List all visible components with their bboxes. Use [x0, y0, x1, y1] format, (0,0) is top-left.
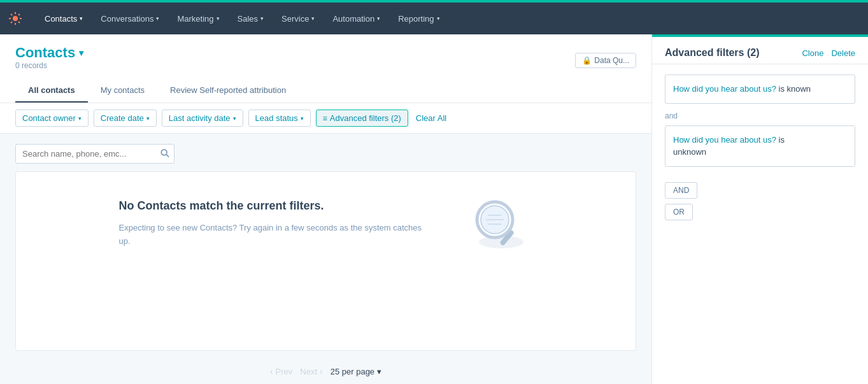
svg-point-1 — [161, 149, 167, 155]
search-input-wrap — [15, 144, 174, 164]
tab-self-reported[interactable]: Review Self-reported attribution — [157, 79, 299, 103]
filter1-condition: is known — [779, 84, 811, 94]
nav-sales-chevron: ▾ — [260, 15, 264, 22]
empty-state-text: No Contacts match the current filters. E… — [119, 198, 431, 248]
filter1-field: How did you hear about us? — [673, 84, 776, 94]
per-page-button[interactable]: 25 per page ▾ — [331, 367, 381, 376]
filter-card-2-text: How did you hear about us? isunknown — [673, 134, 847, 159]
data-quality-button[interactable]: 🔒 Data Qu... — [575, 53, 636, 68]
empty-state-title: No Contacts match the current filters. — [119, 198, 431, 214]
records-count: 0 records — [15, 61, 83, 70]
filter-group-2: How did you hear about us? isunknown — [665, 125, 855, 167]
filter-lines-icon: ≡ — [323, 114, 327, 123]
page-header: Contacts ▾ 0 records 🔒 Data Qu... All co… — [0, 34, 651, 103]
or-btn-wrap: OR — [665, 199, 855, 220]
prev-arrow-icon: ‹ — [270, 366, 273, 376]
hubspot-logo[interactable] — [8, 11, 23, 26]
panel-body: How did you hear about us? is known and … — [652, 64, 868, 384]
panel-header: Advanced filters (2) Clone Delete — [652, 37, 868, 64]
and-connector-label: and — [665, 111, 855, 120]
last-activity-date-chevron: ▾ — [233, 115, 236, 122]
filter-card-1[interactable]: How did you hear about us? is known — [665, 75, 855, 104]
create-date-chevron: ▾ — [146, 115, 150, 122]
page-title[interactable]: Contacts ▾ — [15, 45, 83, 61]
last-activity-date-filter[interactable]: Last activity date ▾ — [162, 110, 243, 127]
search-input[interactable] — [15, 144, 174, 164]
tab-all-contacts[interactable]: All contacts — [15, 79, 88, 103]
advanced-filters-button[interactable]: ≡ Advanced filters (2) — [316, 110, 408, 127]
lead-status-chevron: ▾ — [301, 115, 304, 122]
next-arrow-icon: › — [320, 366, 323, 376]
magnifier-illustration — [457, 191, 533, 255]
nav-marketing-chevron: ▾ — [217, 15, 220, 22]
filter-card-1-text: How did you hear about us? is known — [673, 83, 847, 96]
lead-status-filter[interactable]: Lead status ▾ — [248, 110, 311, 127]
page-title-caret: ▾ — [79, 48, 83, 58]
empty-state: No Contacts match the current filters. E… — [15, 171, 636, 351]
clone-button[interactable]: Clone — [802, 48, 823, 58]
empty-state-inner: No Contacts match the current filters. E… — [119, 191, 533, 255]
pagination-row: ‹ Prev Next › 25 per page ▾ — [0, 359, 651, 384]
page-title-area: Contacts ▾ 0 records — [15, 45, 83, 76]
search-row — [0, 134, 651, 164]
nav-conversations-chevron: ▾ — [156, 15, 159, 22]
prev-button[interactable]: ‹ Prev — [270, 366, 292, 376]
tabs-row: All contacts My contacts Review Self-rep… — [15, 79, 636, 103]
create-date-filter[interactable]: Create date ▾ — [94, 110, 157, 127]
contact-owner-chevron: ▾ — [78, 115, 82, 122]
nav-conversations[interactable]: Conversations ▾ — [92, 3, 168, 34]
nav-automation-chevron: ▾ — [377, 15, 380, 22]
per-page-chevron-icon: ▾ — [377, 367, 381, 376]
svg-point-0 — [13, 16, 18, 21]
lock-icon: 🔒 — [582, 56, 592, 65]
nav-service-chevron: ▾ — [311, 15, 315, 22]
next-button[interactable]: Next › — [300, 366, 322, 376]
nav-service[interactable]: Service ▾ — [273, 3, 324, 34]
tab-my-contacts[interactable]: My contacts — [88, 79, 157, 103]
and-add-button[interactable]: AND — [665, 182, 697, 199]
contact-owner-filter[interactable]: Contact owner ▾ — [15, 110, 89, 127]
empty-state-subtitle: Expecting to see new Contacts? Try again… — [119, 222, 431, 248]
panel-actions: Clone Delete — [802, 48, 855, 58]
nav-reporting[interactable]: Reporting ▾ — [389, 3, 448, 34]
delete-button[interactable]: Delete — [831, 48, 855, 58]
nav-contacts[interactable]: Contacts ▾ — [36, 3, 92, 34]
and-btn-wrap: AND — [665, 174, 855, 199]
or-add-button[interactable]: OR — [665, 204, 693, 220]
filter-bar: Contact owner ▾ Create date ▾ Last activ… — [0, 103, 651, 134]
clear-all-button[interactable]: Clear All — [413, 110, 449, 126]
filter-group-1: How did you hear about us? is known — [665, 75, 855, 104]
svg-line-2 — [166, 154, 169, 157]
nav-sales[interactable]: Sales ▾ — [229, 3, 273, 34]
top-nav: Contacts ▾ Conversations ▾ Marketing ▾ S… — [0, 3, 868, 34]
nav-marketing[interactable]: Marketing ▾ — [168, 3, 228, 34]
nav-automation[interactable]: Automation ▾ — [324, 3, 389, 34]
right-panel: Advanced filters (2) Clone Delete How di… — [651, 34, 868, 384]
nav-contacts-chevron: ▾ — [80, 15, 83, 22]
nav-reporting-chevron: ▾ — [437, 15, 440, 22]
filter2-field: How did you hear about us? — [673, 135, 776, 145]
panel-title: Advanced filters (2) — [665, 47, 759, 59]
search-icon[interactable] — [160, 148, 169, 159]
filter-card-2[interactable]: How did you hear about us? isunknown — [665, 125, 855, 167]
